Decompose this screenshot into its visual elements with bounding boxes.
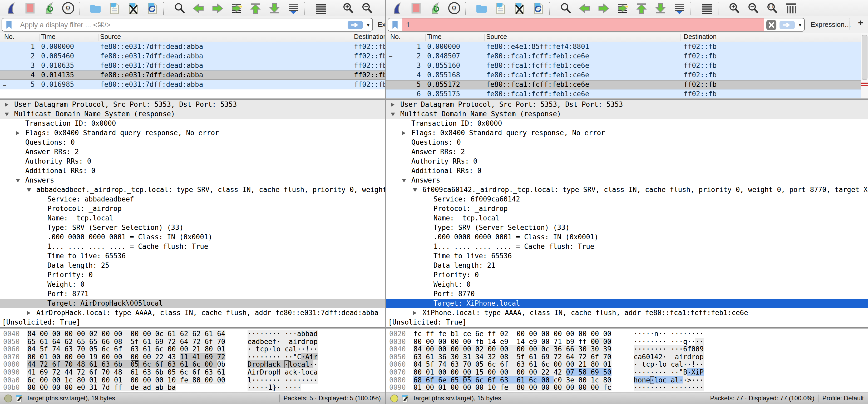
ascii-char[interactable]: a (314, 368, 318, 376)
filter-dropdown-caret[interactable]: ▾ (796, 19, 804, 31)
ascii-char[interactable]: 2 (658, 353, 662, 361)
detail-row[interactable]: Port: 8770 (386, 289, 868, 299)
hex-byte[interactable]: 6f (114, 345, 131, 353)
hex-byte[interactable]: 63 (500, 376, 517, 384)
detail-row[interactable]: Answers (386, 176, 868, 185)
hex-byte[interactable]: 74 (438, 361, 451, 369)
ascii-char[interactable]: c (272, 361, 277, 369)
ascii-char[interactable]: · (260, 383, 264, 391)
detail-row[interactable]: Weight: 0 (386, 280, 868, 289)
ascii-char[interactable]: · (646, 330, 650, 338)
hex-byte[interactable]: 69 (155, 337, 167, 345)
ascii-char[interactable]: r (683, 353, 687, 361)
go-forward-button[interactable] (594, 1, 613, 15)
ascii-char[interactable]: · (305, 376, 309, 384)
hex-byte[interactable]: 63 (64, 345, 77, 353)
hex-byte[interactable]: 01 (40, 353, 52, 361)
go-forward-button[interactable] (208, 1, 227, 15)
hex-byte[interactable]: 31 (89, 383, 102, 391)
hex-row[interactable]: 00b000 00 00 00 e0 31 7d ff de ad ab ba·… (0, 384, 385, 392)
ascii-char[interactable]: · (252, 383, 256, 391)
ascii-char[interactable]: · (309, 361, 314, 369)
ascii-char[interactable]: · (658, 368, 662, 376)
ascii-char[interactable]: _ (671, 353, 675, 361)
hex-byte[interactable]: 48 (77, 361, 89, 369)
resize-columns-button[interactable] (782, 1, 801, 15)
column-header-no[interactable]: No. (390, 33, 401, 40)
hex-byte[interactable]: 22 (541, 368, 554, 376)
hex-byte[interactable]: 0c (155, 330, 167, 338)
ascii-char[interactable]: · (252, 376, 256, 384)
ascii-char[interactable]: r (691, 353, 695, 361)
hex-byte[interactable]: 36 (554, 345, 566, 353)
detail-row[interactable]: [Unsolicited: True] (0, 318, 385, 327)
ascii-char[interactable]: · (650, 330, 654, 338)
hex-byte[interactable]: 00 (130, 330, 143, 338)
hex-byte[interactable]: 6c (541, 361, 554, 369)
ascii-char[interactable]: n (642, 376, 646, 384)
ascii-char[interactable]: o (256, 361, 260, 369)
ascii-char[interactable]: · (638, 345, 642, 353)
hex-byte[interactable]: 00 (463, 345, 475, 353)
collapse-arrow-icon[interactable] (391, 112, 395, 116)
column-header-time[interactable]: Time (427, 33, 442, 40)
hex-byte[interactable]: fb (475, 337, 488, 345)
hex-byte[interactable]: 00 (413, 368, 426, 376)
hex-byte[interactable]: 30 (591, 345, 603, 353)
expand-arrow-icon[interactable] (402, 131, 406, 135)
ascii-char[interactable]: o (305, 368, 309, 376)
ascii-char[interactable]: H (264, 361, 268, 369)
hex-byte[interactable]: 36 (438, 353, 451, 361)
ascii-char[interactable]: p (260, 361, 264, 369)
hex-byte[interactable]: 00 (52, 376, 64, 384)
hex-byte[interactable]: 00 (529, 345, 541, 353)
detail-row[interactable]: Transaction ID: 0x0000 (386, 119, 868, 128)
column-header-no[interactable]: No. (4, 33, 14, 40)
detail-row[interactable]: Questions: 0 (0, 138, 385, 147)
hex-byte[interactable]: 41 (192, 353, 205, 361)
hex-byte[interactable]: 6f (205, 337, 217, 345)
ascii-char[interactable]: · (695, 376, 700, 384)
hex-byte[interactable]: 61 (529, 361, 541, 369)
detail-row[interactable]: 6f009ca60142._airdrop._tcp.local: type S… (386, 185, 868, 195)
ascii-char[interactable]: A (248, 368, 252, 376)
ascii-char[interactable]: · (248, 345, 252, 353)
ascii-char[interactable]: · (700, 337, 704, 345)
hex-byte[interactable]: 3e (566, 376, 578, 384)
ascii-char[interactable]: a (289, 345, 293, 353)
hex-byte[interactable]: 6f (591, 353, 603, 361)
ascii-char[interactable]: · (695, 337, 700, 345)
ascii-char[interactable]: i (293, 337, 297, 345)
hex-byte[interactable]: 6c (27, 376, 40, 384)
colorize-button[interactable] (698, 1, 716, 15)
hex-byte[interactable]: 1c (591, 376, 603, 384)
ascii-char[interactable]: · (264, 376, 268, 384)
hex-byte[interactable]: 10 (488, 383, 500, 391)
hex-row[interactable]: 007000 01 00 00 00 15 00 00 00 00 22 42 … (386, 369, 868, 376)
ascii-char[interactable]: i (309, 353, 314, 361)
hex-byte[interactable]: 00 (40, 376, 52, 384)
packet-row[interactable]: 30.010635fe80::e031:7dff:dead:abbaff02::… (0, 61, 385, 70)
hex-byte[interactable]: 00 (529, 330, 541, 338)
ascii-char[interactable]: l (658, 361, 662, 369)
packet-row[interactable]: 40.855168fe80::fca1:fcff:feb1:ce6eff02::… (386, 70, 868, 80)
file-save-button[interactable] (491, 1, 510, 15)
pane-splitter[interactable] (386, 327, 868, 329)
file-open-button[interactable] (472, 1, 491, 15)
ascii-char[interactable]: l (289, 361, 293, 369)
ascii-char[interactable]: · (277, 337, 281, 345)
detail-row[interactable]: Answer RRs: 2 (0, 147, 385, 157)
hex-byte[interactable]: 00 (603, 330, 611, 338)
ascii-char[interactable]: r (305, 337, 309, 345)
filter-value[interactable]: 1 (402, 19, 764, 31)
ascii-char[interactable]: C (297, 353, 301, 361)
ascii-char[interactable]: · (679, 376, 683, 384)
hex-byte[interactable]: 72 (554, 353, 566, 361)
ascii-char[interactable]: l (248, 376, 252, 384)
go-to-packet-button[interactable] (227, 1, 246, 15)
ascii-char[interactable]: i (252, 368, 256, 376)
column-separator[interactable] (39, 34, 39, 41)
ascii-char[interactable] (280, 337, 285, 345)
ascii-char[interactable]: o (695, 353, 700, 361)
file-close-button[interactable] (124, 1, 143, 15)
